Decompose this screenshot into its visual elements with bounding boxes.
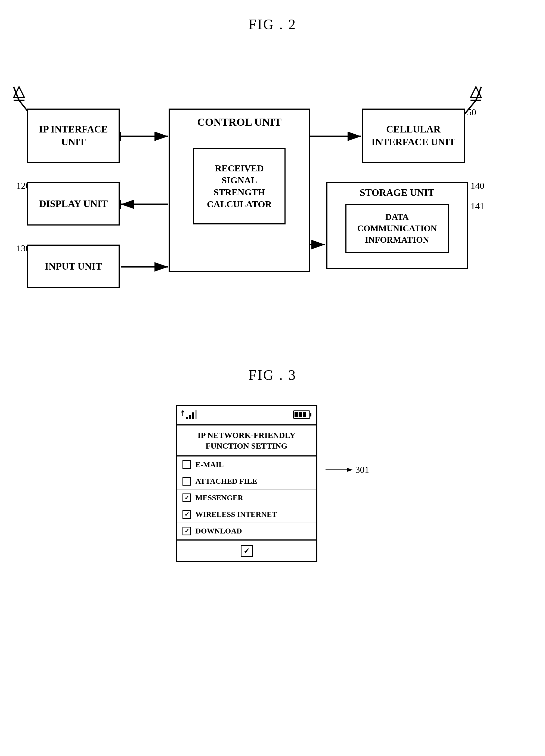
checkbox-wireless-internet[interactable]: ✓ — [183, 510, 191, 519]
menu-item-wireless-internet[interactable]: ✓ WIRELESS INTERNET — [177, 506, 316, 523]
checkbox-attached-file[interactable] — [183, 477, 191, 486]
phone-title-text: IP NETWORK-FRIENDLYFUNCTION SETTING — [198, 431, 295, 450]
menu-label-wireless-internet: WIRELESS INTERNET — [196, 510, 277, 519]
svg-line-9 — [476, 87, 481, 100]
menu-label-messenger: MESSENGER — [196, 493, 244, 502]
control-unit-label: CONTROL UNIT — [197, 115, 281, 129]
svg-marker-11 — [470, 87, 481, 98]
display-unit-box: DISPLAY UNIT — [27, 182, 120, 226]
menu-item-download[interactable]: ✓ DOWNLOAD — [177, 523, 316, 539]
cellular-interface-box: CELLULARINTERFACE UNIT — [362, 109, 465, 163]
signal-strength-icon — [182, 409, 198, 421]
storage-unit-label: STORAGE UNIT — [360, 186, 434, 199]
menu-item-email[interactable]: E-MAIL — [177, 456, 316, 473]
ip-interface-box: IP INTERFACEUNIT — [27, 109, 120, 163]
checkbox-email[interactable] — [183, 460, 191, 469]
data-comm-label: DATACOMMUNICATIONINFORMATION — [357, 211, 437, 245]
display-unit-label: DISPLAY UNIT — [39, 198, 108, 210]
input-unit-label: INPUT UNIT — [45, 260, 102, 273]
svg-line-5 — [14, 87, 19, 100]
diagram-area: 161 110 120 130 140 141 150 160 IP INTER… — [0, 49, 545, 334]
svg-marker-7 — [14, 87, 24, 98]
control-unit-box: CONTROL UNIT RECEIVEDSIGNALSTRENGTHCALCU… — [169, 109, 310, 272]
svg-rect-24 — [192, 412, 194, 419]
data-comm-box: DATACOMMUNICATIONINFORMATION — [345, 204, 449, 253]
phone-footer: ✓ — [177, 539, 316, 561]
fig2-section: FIG . 2 — [0, 0, 545, 334]
svg-marker-32 — [347, 468, 353, 472]
rss-calc-box: RECEIVEDSIGNALSTRENGTHCALCULATOR — [193, 148, 285, 224]
checkbox-messenger[interactable]: ✓ — [183, 493, 191, 502]
ref-301: 301 — [355, 465, 369, 475]
menu-item-attached-file[interactable]: ATTACHED FILE — [177, 473, 316, 490]
menu-item-messenger[interactable]: ✓ MESSENGER — [177, 490, 316, 506]
ref-140: 140 — [470, 181, 484, 191]
svg-rect-23 — [189, 415, 191, 419]
phone-header — [177, 406, 316, 425]
ip-interface-label: IP INTERFACEUNIT — [39, 123, 108, 149]
menu-label-attached-file: ATTACHED FILE — [196, 477, 257, 486]
menu-label-download: DOWNLOAD — [196, 527, 242, 535]
phone-screen: IP NETWORK-FRIENDLYFUNCTION SETTING E-MA… — [176, 405, 317, 562]
cellular-interface-label: CELLULARINTERFACE UNIT — [371, 123, 455, 149]
svg-rect-30 — [303, 412, 306, 417]
svg-rect-25 — [195, 410, 197, 419]
confirm-button[interactable]: ✓ — [241, 545, 253, 557]
fig3-title: FIG . 3 — [0, 367, 545, 383]
checkbox-download[interactable]: ✓ — [183, 527, 191, 535]
phone-title: IP NETWORK-FRIENDLYFUNCTION SETTING — [177, 425, 316, 456]
rss-calc-label: RECEIVEDSIGNALSTRENGTHCALCULATOR — [207, 162, 272, 211]
input-unit-box: INPUT UNIT — [27, 245, 120, 288]
svg-rect-29 — [298, 412, 302, 417]
svg-rect-27 — [310, 413, 311, 416]
phone-screen-container: IP NETWORK-FRIENDLYFUNCTION SETTING E-MA… — [0, 405, 545, 562]
svg-rect-22 — [186, 417, 188, 419]
fig2-title: FIG . 2 — [0, 0, 545, 32]
ref-141: 141 — [470, 201, 484, 211]
svg-rect-28 — [294, 412, 298, 417]
storage-unit-box: STORAGE UNIT DATACOMMUNICATIONINFORMATIO… — [326, 182, 468, 269]
menu-label-email: E-MAIL — [196, 460, 224, 469]
battery-icon — [293, 410, 312, 421]
fig3-section: FIG . 3 — [0, 367, 545, 562]
